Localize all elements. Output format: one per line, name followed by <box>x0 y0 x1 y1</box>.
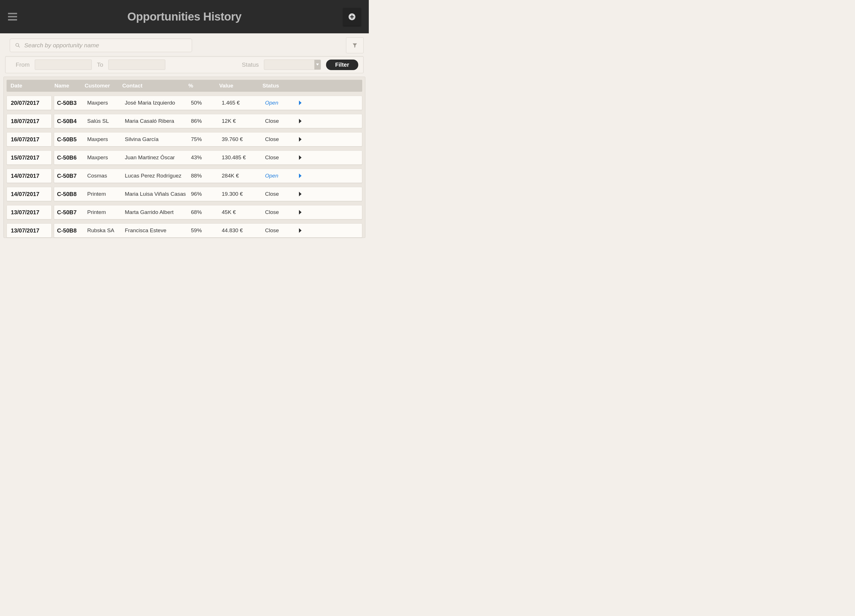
row-value: 45K € <box>222 209 265 215</box>
col-header-pct: % <box>188 83 219 89</box>
col-header-name: Name <box>54 83 85 89</box>
row-status: Close <box>265 118 295 124</box>
row-contact: Lucas Perez Rodríguez <box>125 173 191 179</box>
row-pct: 43% <box>191 155 222 161</box>
col-header-status: Status <box>262 83 293 89</box>
menu-button[interactable] <box>8 13 17 20</box>
table-row: 13/07/2017C-50B8Rubska SAFrancisca Estev… <box>6 224 362 238</box>
row-customer: Printem <box>87 209 125 215</box>
row-date: 13/07/2017 <box>6 205 52 219</box>
table-row: 14/07/2017C-50B7CosmasLucas Perez Rodríg… <box>6 169 362 183</box>
chevron-right-icon[interactable] <box>295 173 305 178</box>
row-pct: 86% <box>191 118 222 124</box>
row-customer: Maxpers <box>87 155 125 161</box>
row-status: Close <box>265 227 295 234</box>
chevron-right-icon[interactable] <box>295 119 305 123</box>
chevron-down-icon <box>314 60 320 69</box>
chevron-right-icon[interactable] <box>295 228 305 233</box>
search-box[interactable] <box>10 38 192 52</box>
row-body[interactable]: C-50B8Rubska SAFrancisca Esteve59%44.830… <box>54 224 362 238</box>
col-header-value: Value <box>219 83 262 89</box>
row-status: Close <box>265 209 295 215</box>
page-title: Opportunities History <box>127 10 242 23</box>
col-header-date: Date <box>9 83 54 89</box>
table-row: 18/07/2017C-50B4Salús SLMaria Casaló Rib… <box>6 114 362 128</box>
row-body[interactable]: C-50B3MaxpersJosé Maria Izquierdo50%1.46… <box>54 96 362 110</box>
row-pct: 75% <box>191 136 222 143</box>
row-date: 15/07/2017 <box>6 150 52 165</box>
row-value: 39.760 € <box>222 136 265 143</box>
add-button[interactable] <box>343 8 361 26</box>
table-body: 20/07/2017C-50B3MaxpersJosé Maria Izquie… <box>6 96 362 238</box>
status-select[interactable] <box>264 60 321 70</box>
row-contact: José Maria Izquierdo <box>125 100 191 106</box>
row-date: 20/07/2017 <box>6 96 52 110</box>
row-status: Close <box>265 191 295 197</box>
row-body[interactable]: C-50B7PrintemMarta Garrido Albert68%45K … <box>54 205 362 219</box>
table-header: Date Name Customer Contact % Value Statu… <box>6 80 362 92</box>
row-date: 14/07/2017 <box>6 187 52 201</box>
from-date-input[interactable] <box>35 60 92 70</box>
table-row: 20/07/2017C-50B3MaxpersJosé Maria Izquie… <box>6 96 362 110</box>
row-value: 1.465 € <box>222 100 265 106</box>
row-pct: 68% <box>191 209 222 215</box>
col-header-customer: Customer <box>85 83 122 89</box>
row-body[interactable]: C-50B7CosmasLucas Perez Rodríguez88%284K… <box>54 169 362 183</box>
opportunities-table: Date Name Customer Contact % Value Statu… <box>3 77 365 238</box>
chevron-right-icon[interactable] <box>295 155 305 160</box>
row-status: Open <box>265 100 295 106</box>
row-name: C-50B6 <box>57 155 87 161</box>
row-contact: Francisca Esteve <box>125 227 191 234</box>
app-header: Opportunities History <box>0 0 369 33</box>
row-status: Open <box>265 173 295 179</box>
filter-toggle-button[interactable] <box>346 37 364 53</box>
row-name: C-50B8 <box>57 227 87 234</box>
row-value: 19.300 € <box>222 191 265 197</box>
svg-line-4 <box>18 46 20 47</box>
row-customer: Maxpers <box>87 100 125 106</box>
row-name: C-50B4 <box>57 118 87 124</box>
row-contact: Silvina García <box>125 136 191 143</box>
row-pct: 50% <box>191 100 222 106</box>
status-label: Status <box>242 61 259 68</box>
search-row <box>0 33 369 56</box>
chevron-right-icon[interactable] <box>295 137 305 142</box>
plus-circle-icon <box>348 13 355 20</box>
to-date-input[interactable] <box>108 60 165 70</box>
row-name: C-50B7 <box>57 209 87 216</box>
row-date: 13/07/2017 <box>6 224 52 238</box>
row-pct: 96% <box>191 191 222 197</box>
row-name: C-50B5 <box>57 136 87 143</box>
row-contact: Maria Casaló Ribera <box>125 118 191 124</box>
filter-button[interactable]: Filter <box>326 60 358 70</box>
row-pct: 88% <box>191 173 222 179</box>
row-body[interactable]: C-50B5MaxpersSilvina García75%39.760 €Cl… <box>54 132 362 146</box>
col-header-contact: Contact <box>122 83 188 89</box>
row-date: 14/07/2017 <box>6 169 52 183</box>
row-date: 16/07/2017 <box>6 132 52 146</box>
row-pct: 59% <box>191 227 222 234</box>
chevron-right-icon[interactable] <box>295 192 305 196</box>
chevron-right-icon[interactable] <box>295 210 305 215</box>
row-name: C-50B3 <box>57 100 87 106</box>
row-customer: Rubska SA <box>87 227 125 234</box>
row-contact: Juan Martinez Óscar <box>125 155 191 161</box>
row-value: 284K € <box>222 173 265 179</box>
search-input[interactable] <box>24 42 187 49</box>
row-value: 12K € <box>222 118 265 124</box>
row-name: C-50B7 <box>57 173 87 179</box>
row-customer: Printem <box>87 191 125 197</box>
search-icon <box>15 43 20 48</box>
row-customer: Salús SL <box>87 118 125 124</box>
chevron-right-icon[interactable] <box>295 101 305 105</box>
row-customer: Maxpers <box>87 136 125 143</box>
row-value: 130.485 € <box>222 155 265 161</box>
row-body[interactable]: C-50B6MaxpersJuan Martinez Óscar43%130.4… <box>54 150 362 165</box>
table-row: 13/07/2017C-50B7PrintemMarta Garrido Alb… <box>6 205 362 219</box>
table-row: 14/07/2017C-50B8PrintemMaria Luisa Viñal… <box>6 187 362 201</box>
row-body[interactable]: C-50B4Salús SLMaria Casaló Ribera86%12K … <box>54 114 362 128</box>
row-body[interactable]: C-50B8PrintemMaria Luisa Viñals Casas96%… <box>54 187 362 201</box>
hamburger-icon <box>8 13 17 14</box>
row-value: 44.830 € <box>222 227 265 234</box>
row-customer: Cosmas <box>87 173 125 179</box>
